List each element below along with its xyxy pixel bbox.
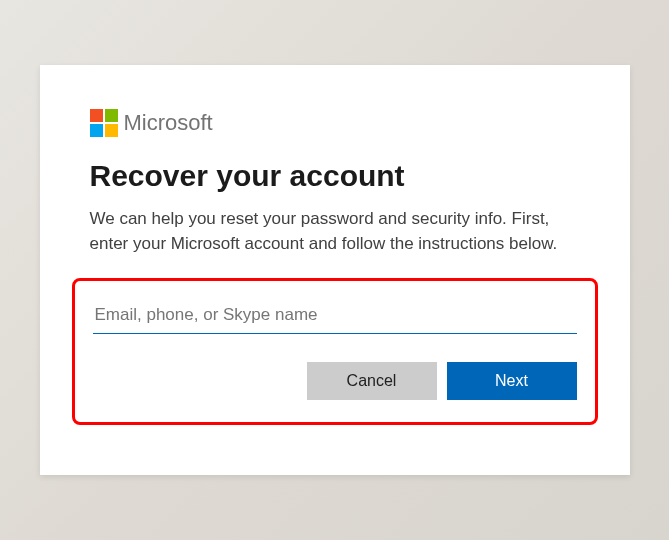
recover-account-card: Microsoft Recover your account We can he… bbox=[40, 65, 630, 475]
page-description: We can help you reset your password and … bbox=[90, 207, 580, 256]
button-row: Cancel Next bbox=[93, 362, 577, 400]
form-highlight-box: Cancel Next bbox=[72, 278, 598, 425]
account-input[interactable] bbox=[93, 299, 577, 334]
microsoft-logo-icon bbox=[90, 109, 118, 137]
next-button[interactable]: Next bbox=[447, 362, 577, 400]
page-title: Recover your account bbox=[90, 159, 580, 193]
cancel-button[interactable]: Cancel bbox=[307, 362, 437, 400]
brand-header: Microsoft bbox=[90, 109, 580, 137]
brand-name: Microsoft bbox=[124, 110, 213, 136]
